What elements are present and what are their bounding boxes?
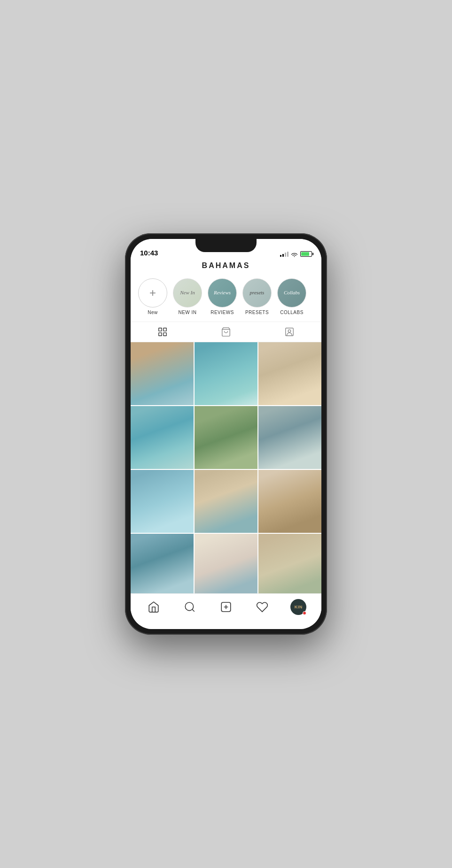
status-icons xyxy=(280,251,312,257)
tab-person[interactable] xyxy=(258,327,321,337)
highlight-label-new: New xyxy=(148,310,158,315)
app-header: BAHAMAS xyxy=(131,260,321,275)
grid-cell[interactable] xyxy=(195,406,257,469)
highlight-circle-reviews[interactable]: Reviews xyxy=(208,278,237,307)
notch xyxy=(195,239,257,252)
safe-area xyxy=(131,620,321,629)
nav-search[interactable] xyxy=(180,598,199,616)
heart-icon xyxy=(256,601,268,613)
profile-avatar[interactable]: KIN xyxy=(290,599,306,615)
grid-cell[interactable] xyxy=(131,534,194,593)
grid-cell[interactable] xyxy=(131,470,194,533)
add-circle-icon xyxy=(220,601,232,613)
grid-icon xyxy=(157,327,168,337)
shopping-bag-icon xyxy=(221,327,231,337)
phone-screen: 10:43 BAHAMAS xyxy=(131,239,321,629)
highlight-label-new-in: NEW IN xyxy=(178,310,196,315)
grid-cell[interactable] xyxy=(195,534,257,593)
highlight-new-in[interactable]: New In NEW IN xyxy=(173,278,202,315)
highlight-circle-new[interactable]: + xyxy=(138,278,167,307)
grid-cell[interactable] xyxy=(131,342,194,405)
hl-overlay-presets: presets xyxy=(250,290,265,296)
hl-overlay-reviews: Reviews xyxy=(214,290,231,296)
grid-cell[interactable] xyxy=(195,470,257,533)
highlight-label-reviews: REVIEWS xyxy=(210,310,234,315)
status-time: 10:43 xyxy=(140,249,158,257)
grid-cell[interactable] xyxy=(258,342,321,405)
svg-point-6 xyxy=(288,330,291,332)
bottom-nav: KIN xyxy=(131,593,321,620)
svg-line-8 xyxy=(192,609,195,612)
highlights-row: + New New In NEW IN Reviews REVIEWS xyxy=(131,275,321,322)
wifi-icon xyxy=(291,252,298,257)
nav-home[interactable] xyxy=(144,598,163,616)
svg-rect-3 xyxy=(163,333,166,336)
svg-rect-2 xyxy=(158,333,161,336)
svg-point-7 xyxy=(185,602,193,610)
grid-row xyxy=(131,342,321,405)
highlight-circle-presets[interactable]: presets xyxy=(242,278,272,307)
tab-shop[interactable] xyxy=(194,327,257,337)
grid-cell[interactable] xyxy=(131,406,194,469)
notification-dot xyxy=(303,611,306,615)
grid-row xyxy=(131,406,321,469)
grid-cell[interactable] xyxy=(195,342,257,405)
highlight-label-presets: PRESETS xyxy=(245,310,269,315)
highlight-presets[interactable]: presets PRESETS xyxy=(242,278,272,315)
photo-grid xyxy=(131,342,321,593)
grid-cell[interactable] xyxy=(258,470,321,533)
plus-icon: + xyxy=(149,286,156,300)
tab-grid[interactable] xyxy=(131,327,194,337)
highlight-new[interactable]: + New xyxy=(138,278,167,315)
search-icon xyxy=(184,601,196,613)
phone-frame: 10:43 BAHAMAS xyxy=(125,233,327,635)
nav-add[interactable] xyxy=(217,598,235,616)
avatar-text: KIN xyxy=(295,605,303,609)
content-tabs xyxy=(131,322,321,342)
nav-heart[interactable] xyxy=(253,598,272,616)
person-icon xyxy=(284,327,295,337)
highlight-circle-new-in[interactable]: New In xyxy=(173,278,202,307)
grid-row xyxy=(131,470,321,533)
highlight-label-collabs: COLLABS xyxy=(280,310,304,315)
battery-icon xyxy=(300,251,312,257)
grid-cell[interactable] xyxy=(258,534,321,593)
highlight-collabs[interactable]: Collabs COLLABS xyxy=(277,278,306,315)
grid-cell[interactable] xyxy=(258,406,321,469)
home-icon xyxy=(148,601,160,613)
signal-icon xyxy=(280,252,288,257)
hl-overlay-collabs: Collabs xyxy=(284,290,300,296)
svg-rect-0 xyxy=(158,328,161,331)
highlight-circle-collabs[interactable]: Collabs xyxy=(277,278,306,307)
hl-overlay-new-in: New In xyxy=(180,290,195,296)
grid-row xyxy=(131,534,321,593)
app-title: BAHAMAS xyxy=(202,261,250,269)
nav-profile[interactable]: KIN xyxy=(289,598,308,616)
svg-rect-1 xyxy=(163,328,166,331)
highlight-reviews[interactable]: Reviews REVIEWS xyxy=(208,278,237,315)
